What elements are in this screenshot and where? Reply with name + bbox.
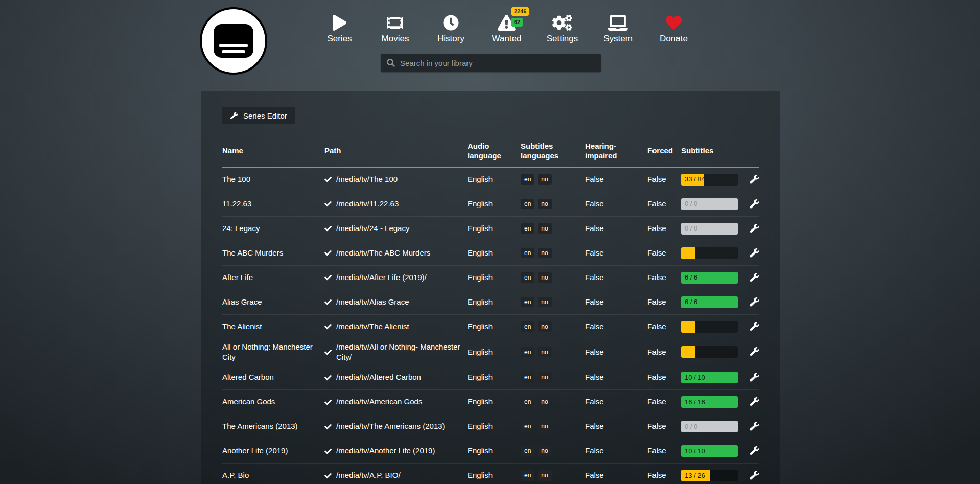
forced: False bbox=[647, 470, 681, 480]
wrench-icon[interactable] bbox=[750, 471, 759, 480]
subtitle-languages: enno bbox=[521, 421, 585, 431]
subtitles-cell: 10 / 10 bbox=[681, 445, 750, 457]
forced: False bbox=[647, 372, 681, 382]
progress-text: 0 / 0 bbox=[685, 422, 697, 431]
series-name[interactable]: The 100 bbox=[222, 174, 324, 185]
check-icon bbox=[324, 399, 332, 406]
language-badge: en bbox=[521, 372, 534, 382]
nav-item-settings[interactable]: Settings bbox=[534, 10, 590, 44]
nav-item-series[interactable]: Series bbox=[312, 10, 367, 44]
series-editor-label: Series Editor bbox=[243, 111, 287, 120]
header-hearing: Hearing-impaired bbox=[585, 142, 647, 161]
progress-text: 13 / 26 bbox=[685, 471, 705, 480]
language-badge: en bbox=[521, 470, 534, 480]
series-path: /media/tv/A.P. BIO/ bbox=[336, 470, 401, 480]
table-row: The ABC Murders /media/tv/The ABC Murder… bbox=[222, 241, 759, 266]
progress-text: 33 / 84 bbox=[685, 175, 705, 184]
subtitles-progress-bar: 33 / 84 bbox=[681, 174, 738, 186]
series-path-cell: /media/tv/A.P. BIO/ bbox=[324, 470, 468, 480]
table-row: 11.22.63 /media/tv/11.22.63 English enno… bbox=[222, 192, 759, 217]
series-name[interactable]: The Americans (2013) bbox=[222, 421, 324, 431]
subtitles-cell bbox=[681, 321, 750, 333]
wrench-icon[interactable] bbox=[750, 224, 759, 234]
series-path-cell: /media/tv/The Americans (2013) bbox=[324, 421, 468, 431]
language-badge: no bbox=[538, 248, 551, 258]
search-input[interactable] bbox=[400, 59, 595, 67]
wrench-icon[interactable] bbox=[750, 347, 759, 357]
table-row: All or Nothing: Manchester City /media/t… bbox=[222, 339, 759, 366]
nav-item-wanted[interactable]: Wanted 2246 62 bbox=[479, 10, 534, 44]
search-icon bbox=[387, 59, 395, 67]
library-search[interactable] bbox=[381, 54, 601, 72]
language-badge: no bbox=[538, 272, 551, 283]
main-nav: Series Movies History Wanted 2246 62 bbox=[312, 10, 702, 44]
language-badge: no bbox=[538, 199, 551, 209]
forced: False bbox=[647, 321, 681, 332]
subtitle-languages: enno bbox=[521, 446, 585, 456]
wrench-icon[interactable] bbox=[750, 397, 759, 407]
table-row: American Gods /media/tv/American Gods En… bbox=[222, 390, 759, 414]
forced: False bbox=[647, 446, 681, 456]
subtitle-languages: enno bbox=[521, 372, 585, 382]
series-name[interactable]: A.P. Bio bbox=[222, 470, 324, 480]
progress-fill bbox=[681, 321, 695, 333]
series-name[interactable]: 24: Legacy bbox=[222, 223, 324, 234]
table-row: Another Life (2019) /media/tv/Another Li… bbox=[222, 439, 759, 464]
language-badge: en bbox=[521, 446, 534, 456]
wrench-icon[interactable] bbox=[750, 422, 759, 431]
hearing-impaired: False bbox=[585, 321, 647, 332]
wrench-icon[interactable] bbox=[750, 446, 759, 456]
series-name[interactable]: All or Nothing: Manchester City bbox=[222, 342, 324, 363]
series-path: /media/tv/Altered Carbon bbox=[336, 372, 421, 382]
series-name[interactable]: Alias Grace bbox=[222, 297, 324, 307]
subtitles-cell: 10 / 10 bbox=[681, 372, 750, 383]
table-body: The 100 /media/tv/The 100 English enno F… bbox=[222, 168, 759, 484]
progress-text: 0 / 0 bbox=[685, 199, 697, 209]
header-languages: Subtitles languages bbox=[521, 142, 585, 161]
wrench-icon[interactable] bbox=[750, 273, 759, 283]
nav-label: Settings bbox=[547, 34, 578, 44]
series-name[interactable]: The ABC Murders bbox=[222, 248, 324, 258]
wrench-icon[interactable] bbox=[750, 248, 759, 258]
check-icon bbox=[324, 176, 332, 183]
header-subtitles: Subtitles bbox=[681, 146, 750, 156]
series-name[interactable]: 11.22.63 bbox=[222, 199, 324, 209]
laptop-icon bbox=[608, 10, 628, 31]
progress-text: 6 / 6 bbox=[685, 273, 697, 282]
wrench-icon[interactable] bbox=[750, 373, 759, 382]
wrench-icon[interactable] bbox=[750, 199, 759, 209]
nav-item-donate[interactable]: Donate bbox=[646, 10, 702, 44]
nav-item-system[interactable]: System bbox=[590, 10, 646, 44]
series-name[interactable]: Altered Carbon bbox=[222, 372, 324, 382]
audio-language: English bbox=[468, 397, 521, 407]
series-name[interactable]: Another Life (2019) bbox=[222, 446, 324, 456]
series-panel: Series Editor Name Path Audio language S… bbox=[201, 91, 780, 484]
wrench-icon[interactable] bbox=[750, 175, 759, 185]
nav-item-movies[interactable]: Movies bbox=[367, 10, 423, 44]
nav-item-history[interactable]: History bbox=[423, 10, 479, 44]
series-path: /media/tv/The Americans (2013) bbox=[336, 421, 445, 431]
header-audio: Audio language bbox=[468, 142, 521, 161]
audio-language: English bbox=[468, 223, 521, 234]
audio-language: English bbox=[468, 446, 521, 456]
header-name: Name bbox=[222, 146, 324, 156]
series-name[interactable]: The Alienist bbox=[222, 321, 324, 332]
series-path-cell: /media/tv/All or Nothing- Manchester Cit… bbox=[324, 342, 468, 363]
language-badge: en bbox=[521, 248, 534, 258]
progress-fill bbox=[681, 247, 695, 259]
wrench-icon[interactable] bbox=[750, 322, 759, 332]
wrench-icon[interactable] bbox=[750, 297, 759, 307]
series-path-cell: /media/tv/Altered Carbon bbox=[324, 372, 468, 382]
app-logo[interactable] bbox=[200, 7, 267, 75]
series-name[interactable]: After Life bbox=[222, 272, 324, 283]
subtitles-cell: 0 / 0 bbox=[681, 421, 750, 432]
forced: False bbox=[647, 248, 681, 258]
subtitles-cell: 6 / 6 bbox=[681, 296, 750, 308]
table-row: Altered Carbon /media/tv/Altered Carbon … bbox=[222, 365, 759, 390]
wanted-badges: 2246 62 bbox=[511, 7, 529, 27]
language-badge: no bbox=[538, 397, 551, 407]
subtitles-progress-bar: 0 / 0 bbox=[681, 421, 738, 432]
series-name[interactable]: American Gods bbox=[222, 397, 324, 407]
check-icon bbox=[324, 423, 332, 430]
series-editor-button[interactable]: Series Editor bbox=[222, 107, 295, 124]
